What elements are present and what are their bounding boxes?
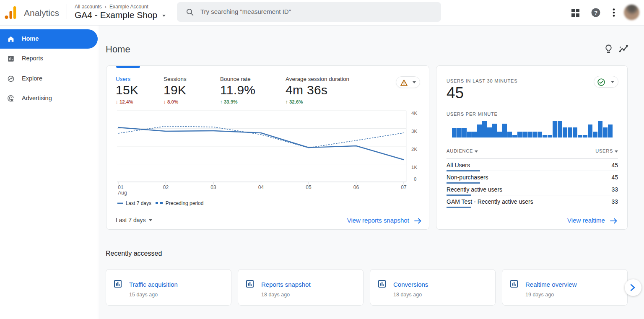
svg-text:1K: 1K: [411, 165, 417, 170]
svg-text:4K: 4K: [411, 111, 417, 116]
svg-text:04: 04: [258, 184, 264, 190]
svg-text:3K: 3K: [411, 129, 417, 134]
svg-text:06: 06: [353, 184, 359, 190]
svg-text:01: 01: [118, 184, 124, 190]
svg-text:Aug: Aug: [118, 190, 127, 196]
svg-text:?: ?: [594, 10, 597, 16]
svg-text:05: 05: [306, 184, 312, 190]
svg-text:02: 02: [163, 184, 169, 190]
svg-text:0: 0: [414, 176, 416, 182]
svg-text:03: 03: [210, 184, 216, 190]
svg-text:2K: 2K: [411, 147, 417, 152]
svg-text:07: 07: [401, 184, 407, 190]
